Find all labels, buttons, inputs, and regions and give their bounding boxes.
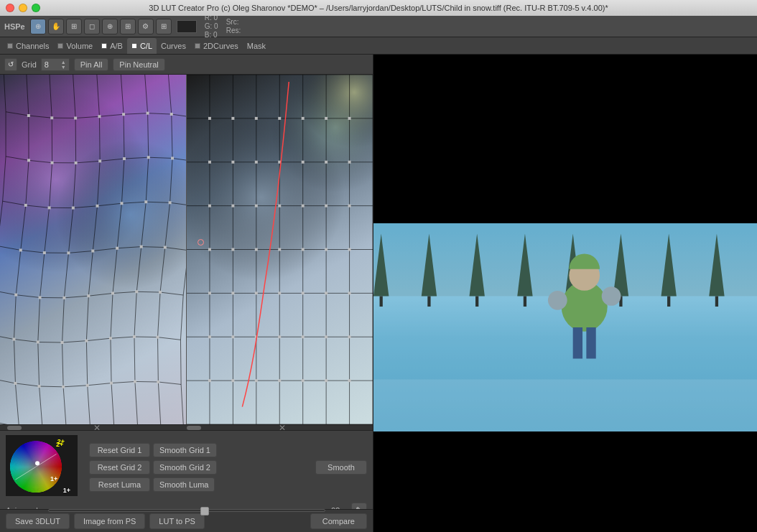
scroll-thumb-center[interactable] <box>187 426 201 430</box>
reset-grid-2-button[interactable]: Reset Grid 2 <box>89 460 150 475</box>
res-label: Res: <box>226 27 241 34</box>
color-swatch <box>177 20 197 33</box>
bottom-row-1: 2+ 1+ Reset Grid 1 Smooth Grid 1 Reset G… <box>6 435 367 500</box>
smooth-luma-button[interactable]: Smooth Luma <box>153 477 215 492</box>
photo-canvas <box>373 223 757 431</box>
tab-cl[interactable]: C/L <box>127 38 157 54</box>
refresh-button[interactable]: ↺ <box>4 58 17 71</box>
btn-row-2: Reset Grid 2 Smooth Grid 2 <box>89 460 217 475</box>
reset-grid-1-button[interactable]: Reset Grid 1 <box>89 443 150 457</box>
smooth-grid-2-button[interactable]: Smooth Grid 2 <box>153 460 217 475</box>
pin-neutral-button[interactable]: Pin Neutral <box>113 58 164 71</box>
smooth-grid-1-button[interactable]: Smooth Grid 1 <box>153 443 217 457</box>
right-panel <box>373 55 757 532</box>
src-label: Src: <box>226 18 241 26</box>
grid-value: 8 <box>45 60 49 69</box>
close-icon-right: ✕ <box>279 423 286 433</box>
reset-luma-button[interactable]: Reset Luma <box>89 477 150 492</box>
src-info: R: 0 G: 0 B: 0 <box>205 14 218 39</box>
minimize-button[interactable] <box>19 4 27 12</box>
preview-image <box>373 223 757 431</box>
refresh-icon: ↺ <box>8 60 14 68</box>
main-area: ↺ Grid 8 ▲ ▼ Pin All Pin Neutral ✕ ✕ <box>0 55 757 532</box>
tab-channels[interactable]: Channels <box>3 38 53 54</box>
grid-canvas[interactable] <box>0 75 373 424</box>
tab-mask[interactable]: Mask <box>243 38 270 54</box>
grid-controls: ↺ Grid 8 ▲ ▼ Pin All Pin Neutral <box>0 55 373 75</box>
action-buttons: Reset Grid 1 Smooth Grid 1 Reset Grid 2 … <box>89 443 217 492</box>
horizontal-scrollbar[interactable]: ✕ ✕ <box>0 424 373 430</box>
scroll-thumb-left[interactable] <box>7 426 22 430</box>
res-info: Src: Res: <box>226 18 241 34</box>
preview-bottom <box>373 431 757 532</box>
window-buttons <box>6 4 40 12</box>
tool-settings[interactable]: ⚙ <box>138 19 154 34</box>
close-icon-left: ✕ <box>93 423 101 433</box>
slider-track <box>48 509 325 512</box>
grid-input[interactable]: 8 ▲ ▼ <box>41 58 70 71</box>
smooth-button[interactable]: Smooth <box>315 460 367 475</box>
title-bar: 3D LUT Creator Pro (c) Oleg Sharonov *DE… <box>0 0 757 16</box>
tool-lasso[interactable]: ◻ <box>84 19 100 34</box>
tab-2dcurves[interactable]: 2DCurves <box>190 38 243 54</box>
toolbar: HSPe ⊕ ✋ ⊞ ◻ ⊕ ⊞ ⚙ ⊞ R: 0 G: 0 B: 0 Src:… <box>0 16 757 37</box>
close-button[interactable] <box>6 4 14 12</box>
tab-bar: Channels Volume A/B C/L Curves 2DCurves … <box>0 37 757 55</box>
pin-all-button[interactable]: Pin All <box>74 58 109 71</box>
src-g: G: 0 <box>205 22 218 30</box>
tool-table[interactable]: ⊞ <box>156 19 172 34</box>
slider-thumb[interactable] <box>200 507 209 515</box>
window-title: 3D LUT Creator Pro (c) Oleg Sharonov *DE… <box>149 4 608 12</box>
maximize-button[interactable] <box>32 4 40 12</box>
axis-angle-slider[interactable] <box>48 505 325 515</box>
tool-select[interactable]: ⊞ <box>66 19 82 34</box>
mode-label: HSPe <box>4 22 25 31</box>
tab-ab[interactable]: A/B <box>97 38 127 54</box>
tab-curves[interactable]: Curves <box>157 38 190 54</box>
grid-visualization[interactable] <box>0 75 373 424</box>
grid-down-icon[interactable]: ▼ <box>61 65 66 70</box>
left-panel: ↺ Grid 8 ▲ ▼ Pin All Pin Neutral ✕ ✕ <box>0 55 373 532</box>
btn-row-3: Reset Luma Smooth Luma <box>89 477 217 492</box>
badge-2plus: 2+ <box>57 438 65 445</box>
badge-1plus: 1+ <box>63 487 70 494</box>
btn-row-1: Reset Grid 1 Smooth Grid 1 <box>89 443 217 457</box>
color-wheel-area: 2+ 1+ <box>6 435 85 500</box>
grid-label: Grid <box>22 60 37 69</box>
bottom-controls: 2+ 1+ Reset Grid 1 Smooth Grid 1 Reset G… <box>0 430 373 509</box>
grid-up-icon[interactable]: ▲ <box>61 60 66 65</box>
tool-zoom[interactable]: ⊕ <box>102 19 118 34</box>
preview-top <box>373 55 757 223</box>
tool-hand[interactable]: ✋ <box>48 19 64 34</box>
tool-grid[interactable]: ⊞ <box>120 19 136 34</box>
tool-hspe[interactable]: ⊕ <box>30 19 46 34</box>
tab-volume[interactable]: Volume <box>53 38 97 54</box>
